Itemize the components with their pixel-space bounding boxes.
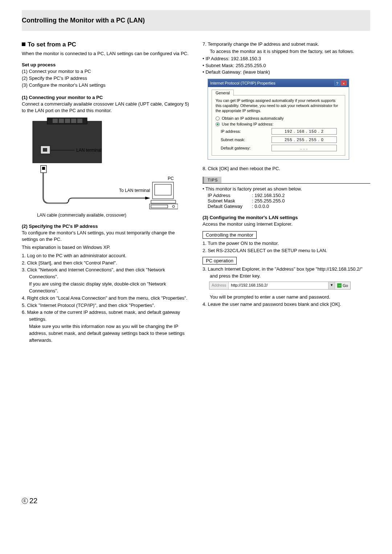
page-header: Controlling the Monitor with a PC (LAN) [22,10,370,31]
svg-rect-0 [33,121,102,163]
lan-diagram: LAN terminal PC To LAN terminal [22,118,189,218]
ie-address-bar: Address http://192.168.150.2/ ▾ →Go [209,282,351,290]
setup-heading: Set up process [22,62,189,67]
tips-text: This monitor is factory preset as shown … [203,186,370,193]
tips-value: : 255.255.255.0 [252,198,285,204]
default-gateway-label: Default gateway: [221,146,271,150]
svg-rect-18 [151,205,168,208]
bullet-list: IP Address: 192.168.150.3 Subnet Mask: 2… [203,56,370,76]
subsection-2-heading: (2) Specifying the PC's IP address [22,223,189,229]
tcpip-properties-dialog: Internet Protocol (TCP/IP) Properties ?×… [208,79,349,160]
list-item: 5. Click "Internet Protocol (TCP/IP)", a… [22,302,189,309]
steps-list: 1. Turn the power ON to the monitor. 2. … [203,240,370,254]
subnet-mask-field[interactable]: 255 . 255 . 255 . 0 [271,136,337,143]
svg-rect-15 [151,200,176,203]
tips-key: IP Address [208,193,252,198]
subsection-1-text: Connect a commercially available crossov… [22,101,189,114]
box-controlling-monitor: Controlling the monitor [203,231,257,239]
svg-rect-2 [53,119,58,123]
intro-text: When the monitor is connected to a PC, L… [22,50,189,57]
address-label: Address [209,282,229,289]
setup-list: (1) Connect your monitor to a PC (2) Spe… [22,68,189,89]
steps-list: 3. Launch Internet Explorer, in the "Add… [203,266,370,280]
list-item: 3. Launch Internet Explorer, in the "Add… [203,266,370,280]
diagram-caption: LAN cable (commercially available, cross… [22,213,189,218]
go-label: Go [343,283,348,288]
radio-label: Use the following IP address: [222,122,273,126]
list-item: IP Address: 192.168.150.3 [203,56,370,62]
heading-text: To set from a PC [28,41,76,48]
dialog-title: Internet Protocol (TCP/IP) Properties [210,81,275,85]
steps-list: 1. Log on to the PC with an administrato… [22,253,189,344]
address-input[interactable]: http://192.168.150.2/ [229,282,328,289]
tips-value: : 0.0.0.0 [252,204,269,209]
subnet-mask-label: Subnet mask: [221,138,271,142]
steps-list: 7. Temporarily change the IP address and… [203,41,370,55]
svg-rect-5 [71,119,76,123]
list-item: To access the monitor as it is shipped f… [203,48,370,55]
list-item: 3. Click "Network and Internet Connectio… [22,267,189,280]
diagram-label-lan-terminal: LAN terminal [76,148,101,153]
tips-table: IP Address: 192.168.150.2 Subnet Mask: 2… [208,193,370,209]
ip-address-label: IP address: [221,129,271,134]
list-item: Default Gateway: (leave blank) [203,69,370,76]
svg-rect-4 [65,119,70,123]
list-item: (2) Specify the PC's IP address [22,75,189,82]
tips-value: : 192.168.150.2 [252,193,285,198]
list-item: 7. Temporarily change the IP address and… [203,41,370,48]
subsection-3-heading: (3) Configuring the monitor's LAN settin… [203,215,370,220]
list-item: You will be prompted to enter a user nam… [203,294,370,301]
list-item: 4. Leave the user name and password boxe… [203,301,370,308]
arrow-icon: → [337,283,342,288]
tips-key: Default Gateway [208,204,252,209]
footer-e-badge: E [22,498,28,504]
radio-static-ip[interactable]: Use the following IP address: [216,122,341,126]
body-text: To configure the monitor's LAN settings,… [22,230,189,243]
tips-key: Subnet Mask [208,198,252,204]
tips-heading: TIPS [203,177,221,183]
radio-auto-ip[interactable]: Obtain an IP address automatically [216,116,341,120]
window-buttons: ?× [334,81,347,86]
page-number: 22 [29,497,37,505]
go-button[interactable]: →Go [335,282,350,289]
svg-rect-8 [43,148,47,152]
box-pc-operation: PC operation [203,257,237,264]
svg-rect-10 [42,167,45,170]
tab-general[interactable]: General [212,90,234,96]
list-item: 8. Click [OK] and then reboot the PC. [203,165,370,172]
list-item: 1. Log on to the PC with an administrato… [22,253,189,259]
section-heading: To set from a PC [22,41,189,48]
list-item: 4. Right click on "Local Area Connection… [22,295,189,302]
help-icon[interactable]: ? [334,81,340,86]
default-gateway-field[interactable]: . . . [271,145,337,151]
list-item: (3) Configure the monitor's LAN settings [22,82,189,89]
svg-rect-14 [155,184,171,195]
subsection-1-heading: (1) Connecting your monitor to a PC [22,95,189,100]
close-icon[interactable]: × [341,81,347,86]
svg-marker-12 [145,197,150,200]
list-item: (1) Connect your monitor to a PC [22,68,189,75]
list-item: Make sure you write this information now… [22,323,189,344]
steps-list: You will be prompted to enter a user nam… [203,294,370,308]
body-text: Access the monitor using Internet Explor… [203,221,370,227]
right-column: 7. Temporarily change the IP address and… [203,41,370,344]
diagram-label-to-lan: To LAN terminal [119,188,150,193]
steps-list: 8. Click [OK] and then reboot the PC. [203,165,370,172]
list-item: 2. Set RS-232C/LAN SELECT on the SETUP m… [203,247,370,254]
svg-rect-3 [59,119,64,123]
page-footer: E 22 [22,497,370,505]
tips-box: TIPS This monitor is factory preset as s… [203,177,370,209]
dropdown-icon[interactable]: ▾ [328,282,335,289]
list-item: Subnet Mask: 255.255.255.0 [203,62,370,69]
page-title: Controlling the Monitor with a PC (LAN) [22,17,363,24]
svg-rect-6 [77,119,82,123]
dialog-titlebar: Internet Protocol (TCP/IP) Properties ?× [208,79,349,87]
dialog-description: You can get IP settings assigned automat… [216,98,341,113]
body-text: This explanation is based on Windows XP. [22,244,189,251]
list-item: If you are using the classic display sty… [22,281,189,295]
list-item: 2. Click [Start], and then click "Contro… [22,260,189,267]
list-item: 1. Turn the power ON to the monitor. [203,240,370,247]
radio-label: Obtain an IP address automatically [222,116,283,120]
list-item: 6. Make a note of the current IP address… [22,309,189,323]
ip-address-field[interactable]: 192 . 168 . 150 . 2 [271,128,337,135]
